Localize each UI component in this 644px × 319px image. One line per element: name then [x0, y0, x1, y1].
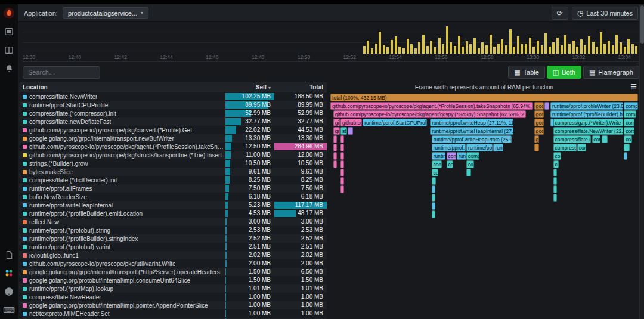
table-row[interactable]: google.golang.org/protobuf/internal/impl…	[19, 276, 327, 284]
flame-frame[interactable]: github.com/pyroscope-io/pyroscope/pkg/ag…	[333, 110, 526, 118]
table-row[interactable]: runtime/pprof.allFrames7.50 MB7.50 MB	[19, 184, 327, 193]
table-row[interactable]: reflect.New3.00 MB3.00 MB	[19, 218, 327, 226]
table-row[interactable]: compress/flate.(*compressor).init52.99 M…	[19, 109, 327, 117]
view-button-both[interactable]: ◫Both	[547, 66, 581, 79]
table-row[interactable]: github.com/pyroscope-io/pyroscope/pkg/ut…	[19, 259, 327, 268]
flame-frame[interactable]: compress/flate.newDeflateFast (7.58%, 32…	[553, 144, 577, 151]
flame-frame[interactable]	[340, 160, 344, 168]
flame-frame[interactable]: compress	[466, 152, 479, 160]
flame-frame[interactable]: gith	[333, 127, 340, 135]
flame-frame[interactable]	[553, 169, 557, 176]
flame-frame[interactable]: compress/gzip.(*Writer).Write (22.71%, 9…	[553, 119, 623, 126]
table-row[interactable]: compress/flate.(*dictDecoder).init8.25 M…	[19, 176, 327, 184]
flame-frame[interactable]: total (100%, 432.15 MB)	[330, 94, 638, 101]
flame-frame[interactable]: google	[534, 127, 544, 135]
flame-frame[interactable]: runtime/pprof.(*profileBuilder).pbSample	[466, 144, 493, 151]
flame-frame[interactable]	[348, 127, 353, 135]
table-row[interactable]: bytes.makeSlice9.61 MB9.61 MB	[19, 168, 327, 176]
refresh-button[interactable]: ⟳	[552, 7, 568, 20]
flame-frame[interactable]: google	[534, 119, 544, 126]
flame-frame[interactable]: com	[624, 127, 634, 135]
pyroscope-logo[interactable]	[3, 7, 15, 19]
flame-frame[interactable]: compr	[466, 160, 474, 168]
flame-frame[interactable]: runtime/pprof.profileWriter (23.64%, 102…	[550, 102, 623, 110]
table-row[interactable]: compress/flate.NewReader1.00 MB1.00 MB	[19, 293, 327, 301]
flame-frame[interactable]	[624, 144, 629, 151]
table-row[interactable]: runtime/pprof.(*profileBuilder).stringIn…	[19, 234, 327, 243]
table-row[interactable]: github.com/pyroscope-io/pyroscope/pkg/co…	[19, 126, 327, 134]
flame-frame[interactable]	[432, 177, 436, 185]
flame-frame[interactable]: gith	[333, 119, 340, 126]
flame-frame[interactable]: compr	[447, 152, 457, 160]
flame-frame[interactable]	[333, 152, 337, 160]
table-row[interactable]: io/ioutil.glob..func12.02 MB2.02 MB	[19, 251, 327, 259]
table-row[interactable]: net/textproto.MIMEHeader.Set1.00 MB1.00 …	[19, 309, 327, 318]
alerts-bell-icon[interactable]	[3, 63, 15, 75]
flame-frame[interactable]	[466, 169, 471, 176]
flame-frame[interactable]: comp	[447, 160, 453, 168]
flame-frame[interactable]: compr	[592, 135, 600, 143]
flame-frame[interactable]	[432, 194, 435, 202]
flame-frame[interactable]: runtime/pprof.StartCPUProfile (20.81%, 8…	[363, 119, 426, 126]
flame-frame[interactable]	[340, 152, 344, 160]
flame-frame[interactable]: runtime/pprof.writeHeapProto (25.95%, 11…	[432, 135, 512, 143]
flame-frame[interactable]: stri	[340, 127, 347, 135]
flame-frame[interactable]: co	[553, 160, 559, 168]
flame-frame[interactable]: compr	[624, 110, 636, 118]
flame-frame[interactable]: comp	[553, 152, 561, 160]
docs-icon[interactable]	[3, 249, 15, 261]
flame-frame[interactable]	[624, 152, 627, 160]
flame-frame[interactable]	[544, 102, 549, 110]
flame-frame[interactable]: runtime/pprof.writeHeap (27.11%, 117.17 …	[430, 119, 513, 126]
table-row[interactable]: compress/flate.NewWriter102.25 MB188.50 …	[19, 92, 327, 101]
flame-frame[interactable]	[333, 144, 337, 151]
flame-frame[interactable]	[602, 135, 608, 143]
flamegraph-menu-icon[interactable]: ☰	[630, 82, 637, 92]
table-row[interactable]: google.golang.org/protobuf/internal/impl…	[19, 301, 327, 309]
flame-frame[interactable]	[340, 169, 344, 176]
flame-frame[interactable]: github.com/pyro	[340, 119, 362, 126]
header-location[interactable]: Location	[19, 84, 225, 91]
flame-frame[interactable]: github.com/pyroscope-io/pyroscope/pkg/ag…	[330, 102, 533, 110]
header-self[interactable]: Self ▾	[225, 84, 274, 91]
table-row[interactable]: github.com/pyroscope-io/pyroscope/pkg/ag…	[19, 143, 327, 151]
flame-frame[interactable]: runtime/pprof.(*p	[432, 152, 446, 160]
flame-frame[interactable]	[432, 185, 435, 193]
flame-frame[interactable]	[340, 177, 344, 185]
header-total[interactable]: Total	[274, 84, 327, 91]
view-button-table[interactable]: ▦Table	[508, 66, 545, 79]
flame-frame[interactable]	[333, 135, 337, 143]
page-scrollbar[interactable]	[639, 4, 644, 319]
slack-icon[interactable]	[3, 267, 15, 279]
flame-frame[interactable]	[534, 144, 539, 151]
time-range-button[interactable]: ◷ Last 30 minutes	[572, 7, 638, 20]
flame-frame[interactable]: runtim	[457, 152, 466, 160]
flame-frame[interactable]: compres	[624, 102, 638, 110]
flame-frame[interactable]	[432, 210, 435, 218]
flame-frame[interactable]: compr	[577, 144, 586, 151]
flame-frame[interactable]: runtime/pprof.(*profileBuilder).emitLoca…	[432, 144, 466, 151]
search-input[interactable]	[23, 66, 100, 79]
flame-frame[interactable]: google	[534, 110, 544, 118]
flame-frame[interactable]	[432, 202, 435, 210]
flame-frame[interactable]: runtime/pprof.(*profileBuilder).build (2…	[550, 110, 623, 118]
github-icon[interactable]	[3, 286, 15, 298]
flame-frame[interactable]: com	[432, 169, 438, 176]
table-row[interactable]: runtime/pprof.StartCPUProfile89.95 MB89.…	[19, 101, 327, 109]
flame-frame[interactable]	[553, 185, 557, 193]
flame-frame[interactable]: goo	[534, 135, 539, 143]
flame-frame[interactable]	[340, 144, 344, 151]
flame-frame[interactable]	[553, 177, 557, 185]
flame-frame[interactable]: runti	[493, 144, 503, 151]
flame-frame[interactable]: co	[624, 135, 631, 143]
table-row[interactable]: google.golang.org/grpc/internal/transpor…	[19, 268, 327, 276]
timeline-chart[interactable]: 12:3812:4012:4212:4412:4612:4812:5012:52…	[23, 24, 639, 62]
flame-frame[interactable]: compress/flate.NewWriter (22.71%, 98.14 …	[553, 127, 623, 135]
flame-frame[interactable]: compress/flate.(*compressor).init (12.26…	[553, 135, 591, 143]
flame-frame[interactable]: google	[534, 102, 544, 110]
scrollbar-thumb[interactable]	[640, 5, 644, 44]
flame-frame[interactable]: comp	[624, 119, 634, 126]
single-view-icon[interactable]	[3, 26, 15, 38]
flame-frame[interactable]	[340, 135, 344, 143]
table-row[interactable]: compress/flate.newDeflateFast32.77 MB32.…	[19, 117, 327, 126]
